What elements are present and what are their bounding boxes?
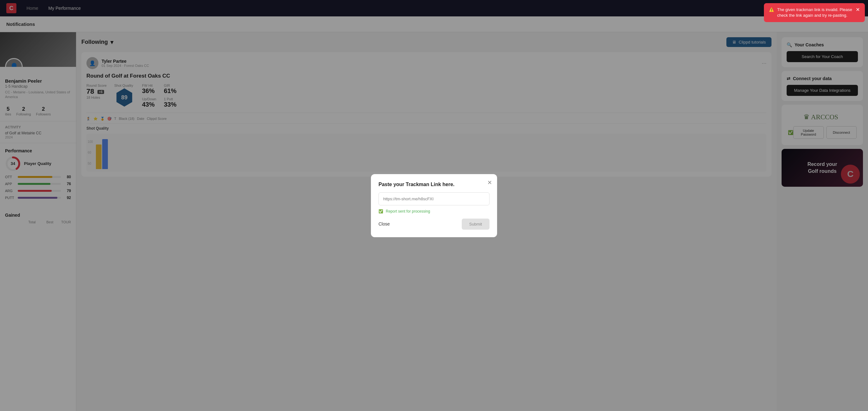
toast-warning-icon: ⚠️ — [769, 7, 774, 12]
toast-close-button[interactable]: ✕ — [856, 6, 860, 13]
modal-footer: Close Submit — [378, 219, 490, 230]
modal-title: Paste your Trackman Link here. — [378, 182, 490, 187]
trackman-modal: Paste your Trackman Link here. ✕ ✅ Repor… — [371, 174, 497, 237]
modal-submit-button[interactable]: Submit — [462, 219, 490, 230]
toast-message: The given trackman link is invalid. Plea… — [777, 7, 852, 18]
modal-overlay[interactable]: Paste your Trackman Link here. ✕ ✅ Repor… — [0, 0, 868, 411]
success-text: Report sent for processing — [386, 209, 430, 214]
modal-success-message: ✅ Report sent for processing — [378, 209, 490, 214]
success-icon: ✅ — [378, 209, 383, 214]
trackman-link-input[interactable] — [378, 192, 490, 205]
modal-close-button[interactable]: Close — [378, 221, 390, 226]
error-toast: ⚠️ The given trackman link is invalid. P… — [764, 3, 865, 22]
modal-close-x-button[interactable]: ✕ — [487, 179, 492, 186]
